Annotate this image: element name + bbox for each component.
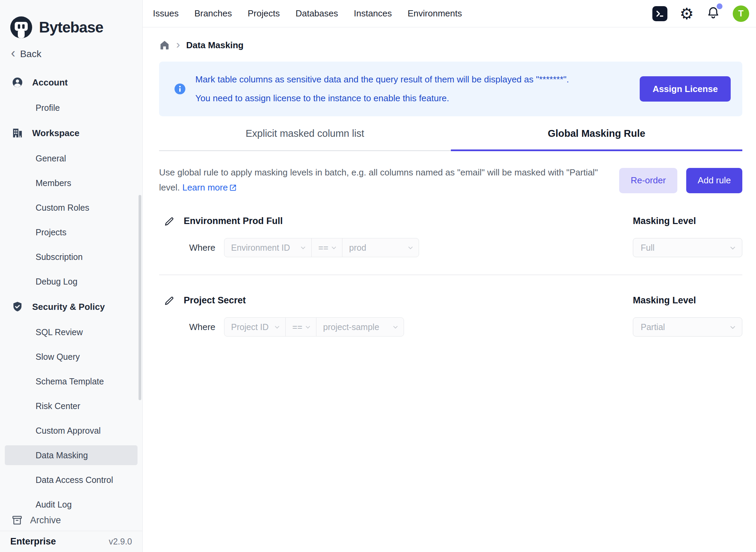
value-select[interactable]: prod bbox=[342, 238, 419, 257]
tab-bar: Explicit masked column list Global Maski… bbox=[159, 128, 742, 151]
sidebar-group-security-policy: Security & Policy bbox=[0, 296, 142, 317]
sidebar-item-members[interactable]: Members bbox=[5, 173, 138, 193]
sidebar-item-archive[interactable]: Archive bbox=[0, 510, 142, 531]
archive-icon bbox=[12, 515, 23, 526]
tab-global-masking-rule[interactable]: Global Masking Rule bbox=[451, 128, 743, 151]
brand-name: Bytebase bbox=[39, 19, 103, 36]
breadcrumb: › Data Masking bbox=[159, 38, 742, 53]
chevron-down-icon bbox=[274, 325, 280, 329]
masking-level-label: Masking Level bbox=[633, 216, 742, 226]
sidebar-item-projects[interactable]: Projects bbox=[5, 222, 138, 242]
building-icon bbox=[12, 127, 23, 139]
license-banner: Mark table columns as sensitive data and… bbox=[159, 62, 742, 116]
nav-item-projects[interactable]: Projects bbox=[248, 8, 280, 19]
page-content: › Data Masking Mark table columns as sen… bbox=[143, 27, 756, 552]
shield-icon bbox=[12, 301, 23, 313]
sidebar-item-sql-review[interactable]: SQL Review bbox=[5, 322, 138, 342]
chevron-down-icon bbox=[393, 325, 398, 329]
chevron-down-icon bbox=[408, 245, 413, 250]
condition-group: Project ID == project-sample bbox=[224, 317, 404, 337]
banner-line-2: You need to assign license to the instan… bbox=[195, 89, 640, 108]
nav-item-environments[interactable]: Environments bbox=[408, 8, 462, 19]
condition-group: Environment ID == prod bbox=[224, 238, 419, 257]
back-button[interactable]: ‹ Back bbox=[0, 44, 142, 64]
sidebar-item-custom-approval[interactable]: Custom Approval bbox=[5, 421, 138, 441]
learn-more-link[interactable]: Learn more bbox=[182, 182, 237, 193]
notification-dot bbox=[717, 3, 722, 9]
gear-icon[interactable]: ⚙ bbox=[680, 6, 694, 22]
chevron-down-icon bbox=[305, 325, 311, 329]
breadcrumb-chevron-icon: › bbox=[176, 38, 180, 50]
bell-icon[interactable] bbox=[706, 6, 720, 22]
chevron-down-icon bbox=[331, 245, 337, 250]
rule-divider bbox=[159, 274, 742, 275]
sidebar-item-data-access-control[interactable]: Data Access Control bbox=[5, 470, 138, 490]
chevron-left-icon: ‹ bbox=[11, 47, 15, 60]
archive-label: Archive bbox=[30, 515, 61, 526]
main-area: Issues Branches Projects Databases Insta… bbox=[143, 0, 756, 552]
sidebar-group-account: Account bbox=[0, 72, 142, 93]
nav-item-branches[interactable]: Branches bbox=[194, 8, 232, 19]
plan-badge: Enterprise bbox=[10, 536, 56, 547]
nav-item-instances[interactable]: Instances bbox=[354, 8, 392, 19]
add-rule-button[interactable]: Add rule bbox=[686, 168, 742, 193]
masking-level-label: Masking Level bbox=[633, 295, 742, 306]
operator-select[interactable]: == bbox=[285, 318, 316, 336]
top-navigation: Issues Branches Projects Databases Insta… bbox=[143, 0, 756, 27]
home-icon[interactable] bbox=[159, 40, 170, 51]
back-label: Back bbox=[20, 49, 41, 60]
pencil-icon[interactable] bbox=[164, 216, 174, 226]
sidebar-group-label: Account bbox=[32, 77, 68, 88]
info-icon bbox=[173, 82, 186, 95]
sidebar: Bytebase ‹ Back Account Profile Works bbox=[0, 0, 143, 552]
sidebar-item-risk-center[interactable]: Risk Center bbox=[5, 396, 138, 416]
masking-rule-project-secret: Project Secret Masking Level Where Proje… bbox=[159, 295, 742, 337]
page-title: Data Masking bbox=[186, 40, 244, 51]
rule-description: Use global rule to apply masking levels … bbox=[159, 165, 619, 196]
sidebar-nav: Account Profile Workspace General Member… bbox=[0, 64, 142, 510]
user-icon bbox=[12, 77, 23, 88]
nav-item-databases[interactable]: Databases bbox=[296, 8, 338, 19]
sidebar-item-custom-roles[interactable]: Custom Roles bbox=[5, 198, 138, 218]
rule-section-header: Use global rule to apply masking levels … bbox=[159, 165, 742, 196]
sidebar-group-label: Workspace bbox=[32, 128, 79, 139]
field-select[interactable]: Environment ID bbox=[224, 238, 311, 257]
sidebar-item-slow-query[interactable]: Slow Query bbox=[5, 347, 138, 367]
nav-item-issues[interactable]: Issues bbox=[153, 8, 179, 19]
rule-title: Environment Prod Full bbox=[184, 216, 283, 226]
sidebar-item-debug-log[interactable]: Debug Log bbox=[5, 272, 138, 291]
sql-editor-terminal-icon[interactable] bbox=[652, 6, 667, 21]
bytebase-logo-icon bbox=[10, 16, 32, 38]
where-label: Where bbox=[189, 242, 216, 253]
chevron-down-icon bbox=[730, 245, 736, 250]
sidebar-group-label: Security & Policy bbox=[32, 302, 105, 312]
value-select[interactable]: project-sample bbox=[316, 318, 404, 336]
sidebar-item-general[interactable]: General bbox=[5, 148, 138, 168]
sidebar-item-subscription[interactable]: Subscription bbox=[5, 247, 138, 267]
field-select[interactable]: Project ID bbox=[224, 318, 285, 336]
sidebar-item-profile[interactable]: Profile bbox=[5, 98, 138, 118]
sidebar-item-audit-log[interactable]: Audit Log bbox=[5, 495, 138, 510]
masking-level-select[interactable]: Full bbox=[633, 238, 742, 257]
banner-text: Mark table columns as sensitive data and… bbox=[195, 70, 640, 108]
bytebase-logo[interactable]: Bytebase bbox=[0, 0, 142, 44]
masking-rule-environment-prod-full: Environment Prod Full Masking Level Wher… bbox=[159, 216, 742, 257]
pencil-icon[interactable] bbox=[164, 295, 174, 306]
external-link-icon bbox=[229, 181, 237, 196]
sidebar-item-data-masking[interactable]: Data Masking bbox=[5, 445, 138, 465]
rule-title: Project Secret bbox=[184, 295, 246, 306]
banner-line-1: Mark table columns as sensitive data and… bbox=[195, 70, 640, 89]
masking-level-select[interactable]: Partial bbox=[633, 317, 742, 337]
chevron-down-icon bbox=[300, 245, 306, 250]
sidebar-group-workspace: Workspace bbox=[0, 122, 142, 144]
assign-license-button[interactable]: Assign License bbox=[640, 76, 731, 102]
version-label: v2.9.0 bbox=[109, 537, 132, 547]
operator-select[interactable]: == bbox=[311, 238, 342, 257]
tab-explicit-masked-column-list[interactable]: Explicit masked column list bbox=[159, 128, 451, 151]
sidebar-scrollbar[interactable] bbox=[139, 195, 141, 400]
sidebar-item-schema-template[interactable]: Schema Template bbox=[5, 371, 138, 391]
where-label: Where bbox=[189, 322, 216, 332]
reorder-button[interactable]: Re-order bbox=[619, 168, 677, 193]
avatar[interactable]: T bbox=[733, 5, 749, 22]
sidebar-footer: Enterprise v2.9.0 bbox=[0, 531, 142, 552]
